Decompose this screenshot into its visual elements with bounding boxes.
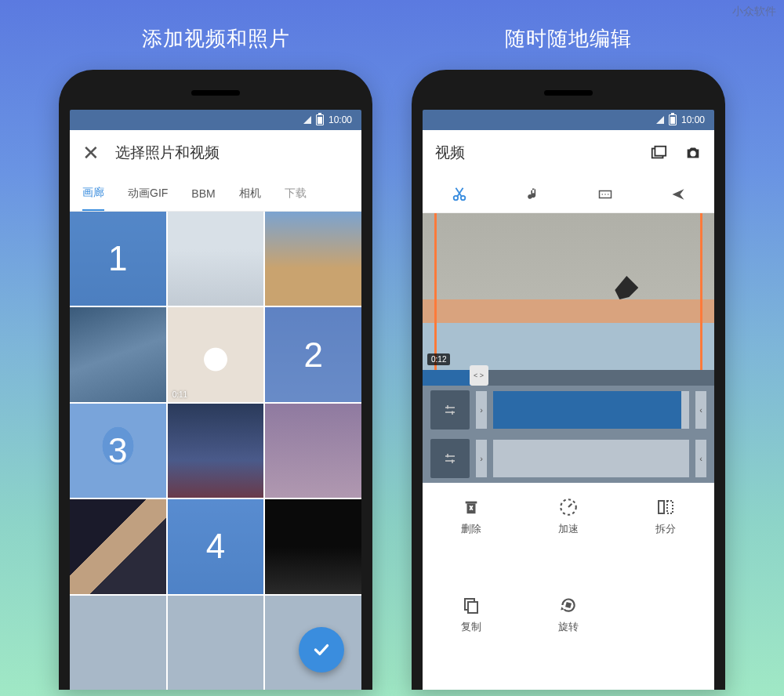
tab-gif[interactable]: 动画GIF (128, 177, 168, 210)
svg-point-8 (608, 194, 609, 195)
grid-cell[interactable]: 0:11 (168, 307, 264, 401)
timeline: < > › ‹ › ‹ (423, 370, 714, 483)
tool-label: 拆分 (655, 522, 676, 536)
delete-icon (461, 497, 481, 517)
screen-editor: 10:00 视频 (423, 110, 714, 690)
grid-cell[interactable]: 2 (265, 307, 361, 401)
grid-cell[interactable]: 4 (168, 499, 264, 593)
tab-share[interactable] (669, 185, 688, 204)
phone-frame-right: 10:00 视频 (412, 70, 725, 690)
appbar-editor: 视频 (423, 130, 714, 176)
svg-rect-14 (468, 602, 477, 613)
grid-cell[interactable] (265, 499, 361, 593)
grid-cell[interactable]: 1 (70, 212, 166, 306)
preview-content (615, 276, 638, 299)
tab-music[interactable] (523, 185, 542, 204)
status-time: 10:00 (681, 114, 705, 125)
grid-cell[interactable] (265, 404, 361, 498)
track-thumbnail[interactable] (430, 390, 470, 430)
gallery-icon[interactable] (650, 144, 667, 161)
timeline-track[interactable]: › ‹ (423, 434, 714, 483)
caption-add-media: 添加视频和照片 (142, 25, 290, 53)
screen-picker: 10:00 ✕ 选择照片和视频 画廊 动画GIF BBM 相机 下载 (70, 110, 361, 690)
battery-icon (669, 114, 677, 125)
svg-rect-1 (655, 147, 666, 156)
grid-cell[interactable] (70, 499, 166, 593)
track-left-chevron-icon[interactable]: › (476, 391, 487, 429)
status-time: 10:00 (328, 114, 352, 125)
svg-point-7 (604, 194, 606, 195)
timeline-track[interactable]: › ‹ (423, 386, 714, 434)
trim-handle-left[interactable] (434, 213, 437, 370)
confirm-fab[interactable] (299, 627, 344, 672)
tool-label: 删除 (461, 522, 481, 536)
tool-grid: 删除 加速 拆分 复制 (423, 483, 714, 690)
preview-timestamp: 0:12 (427, 353, 450, 365)
track-right-chevron-icon[interactable]: ‹ (695, 440, 706, 477)
svg-point-2 (690, 150, 695, 156)
editor-tabs (423, 176, 714, 213)
media-grid: 1 0:11 2 3 4 (70, 212, 361, 690)
svg-rect-12 (667, 501, 673, 513)
tool-split[interactable]: 拆分 (617, 497, 714, 578)
video-duration: 0:11 (172, 390, 187, 399)
tool-delete[interactable]: 删除 (423, 497, 520, 578)
grid-cell[interactable] (265, 212, 361, 306)
speed-icon (558, 497, 579, 517)
grid-cell[interactable]: 3 (70, 404, 166, 498)
grid-cell[interactable] (70, 596, 166, 690)
grid-cell[interactable] (168, 596, 264, 690)
close-button[interactable]: ✕ (82, 141, 100, 165)
tool-rotate[interactable]: 旋转 (520, 595, 617, 676)
signal-icon (656, 116, 664, 124)
watermark: 小众软件 (732, 5, 776, 19)
tool-label: 复制 (461, 620, 481, 634)
grid-cell[interactable] (168, 212, 264, 306)
phone-speaker (191, 90, 240, 96)
svg-rect-9 (466, 502, 477, 504)
scrub-bar[interactable]: < > (423, 370, 714, 386)
tab-gallery[interactable]: 画廊 (82, 176, 104, 212)
scrub-handle[interactable]: < > (470, 365, 488, 386)
picker-title: 选择照片和视频 (115, 143, 349, 163)
camera-icon[interactable] (684, 144, 702, 161)
grid-cell[interactable] (70, 307, 166, 401)
caption-edit-anywhere: 随时随地编辑 (505, 25, 632, 53)
track-left-chevron-icon[interactable]: › (476, 440, 487, 477)
appbar-picker: ✕ 选择照片和视频 (70, 130, 361, 176)
statusbar: 10:00 (423, 110, 714, 130)
tool-label: 加速 (558, 522, 579, 536)
editor-title: 视频 (435, 143, 634, 163)
copy-icon (461, 595, 481, 615)
tab-text[interactable] (596, 185, 615, 204)
tool-speed[interactable]: 加速 (520, 497, 617, 578)
svg-rect-11 (659, 501, 664, 513)
tab-downloads[interactable]: 下载 (285, 177, 307, 210)
picker-tabs: 画廊 动画GIF BBM 相机 下载 (70, 176, 361, 212)
track-thumbnail[interactable] (430, 439, 470, 478)
track-right-chevron-icon[interactable]: ‹ (695, 391, 706, 429)
svg-rect-15 (565, 602, 572, 608)
phone-frame-left: 10:00 ✕ 选择照片和视频 画廊 动画GIF BBM 相机 下载 (59, 70, 372, 690)
phone-speaker (544, 90, 593, 96)
tab-cut[interactable] (450, 185, 469, 204)
svg-point-6 (601, 194, 603, 195)
split-icon (655, 497, 676, 517)
tool-label: 旋转 (558, 620, 579, 634)
battery-icon (316, 114, 324, 125)
tab-camera[interactable]: 相机 (239, 177, 261, 210)
statusbar: 10:00 (70, 110, 361, 130)
tool-copy[interactable]: 复制 (423, 595, 520, 676)
video-preview[interactable]: 0:12 (423, 213, 714, 370)
grid-cell[interactable] (168, 404, 264, 498)
tab-bbm[interactable]: BBM (191, 178, 215, 209)
check-icon (311, 640, 332, 660)
trim-handle-right[interactable] (700, 213, 702, 370)
signal-icon (303, 116, 311, 124)
rotate-icon (558, 595, 579, 615)
